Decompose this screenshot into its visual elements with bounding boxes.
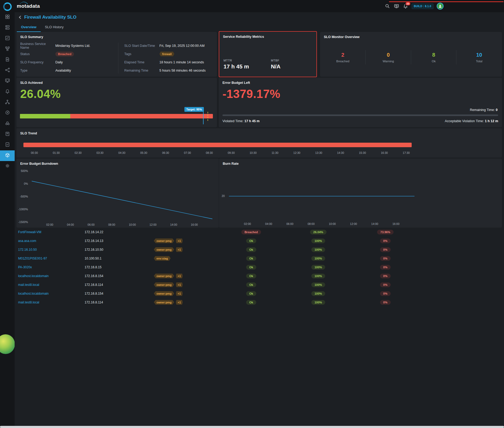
monitor-ip: 172.16.8.15 [85, 265, 154, 269]
summary-fields: Business Service NameMindarray Systems L… [16, 42, 217, 75]
tag-badge: owner:pmg [154, 291, 174, 296]
violated-time: Violated Time: 17 h 45 m [222, 119, 259, 123]
monitor-name-link[interactable]: mail.test8.local [18, 283, 85, 287]
table-row[interactable]: localhost.localdomain 172.16.8.154 owner… [16, 271, 502, 280]
search-icon[interactable] [385, 3, 390, 9]
horizontal-scrollbar[interactable] [0, 426, 504, 428]
tag-badge: +1 [176, 247, 183, 252]
achieved-badge: 100% [311, 238, 325, 243]
runbook-icon [5, 99, 10, 106]
monitor-name-link[interactable]: localhost.localdomain [18, 274, 85, 278]
table-row[interactable]: FortiFirewall-VM 172.16.14.22 Breached 2… [16, 228, 502, 236]
axis-tick: 08:30 [204, 151, 215, 154]
monitor-name-link[interactable]: FortiFirewall-VM [18, 230, 85, 234]
sidebar-item-discovery[interactable] [0, 108, 15, 118]
burn-badge: 0% [380, 265, 391, 270]
notifications-bell-icon[interactable]: 23 [403, 3, 408, 9]
sidebar-item-topology[interactable] [0, 44, 15, 55]
sidebar-item-metrics[interactable] [0, 33, 15, 44]
slo-achieved-value: 26.04% [20, 87, 61, 101]
card-title: SLO Achieved [20, 81, 43, 85]
burn-badge: 0% [380, 291, 391, 296]
table-row[interactable]: PA-3020x 172.16.8.15 Ok 100% 0% [16, 263, 502, 271]
settings-gear-icon [5, 163, 10, 170]
sidebar-item-alerts[interactable] [0, 87, 15, 97]
stat-value: 2 [320, 52, 366, 58]
device-monitor-icon[interactable] [394, 3, 399, 9]
status-badge: Breached [55, 52, 74, 56]
slo-achieved-card: SLO Achieved 26.04% Target: 95% [16, 78, 217, 127]
sidebar-item-runbook[interactable] [0, 97, 15, 108]
mtbf-block: MTBF N/A [271, 59, 318, 70]
annotation-highlight-line [389, 1, 503, 2]
axis-tick: 01:30 [51, 151, 61, 154]
burn-badge: 0% [380, 300, 391, 305]
compliance-icon [5, 142, 10, 148]
sidebar-item-logs[interactable] [0, 129, 15, 140]
table-row[interactable]: localhost.localdomain 172.16.8.154 owner… [16, 289, 502, 298]
sidebar-item-compliance[interactable] [0, 140, 15, 150]
notification-count-badge: 23 [405, 2, 411, 6]
monitors-icon [5, 25, 10, 31]
target-line [203, 112, 204, 124]
sidebar-item-dashboard[interactable] [0, 12, 15, 23]
achieved-badge: 100% [311, 300, 325, 305]
axis-tick: 17:30 [401, 151, 412, 154]
field-label: SLO Frequency [20, 60, 55, 64]
logs-icon [5, 131, 10, 138]
table-row[interactable]: mail.test8.local 172.16.8.114 owner:pmg+… [16, 280, 502, 289]
sidebar-item-monitors[interactable] [0, 23, 15, 33]
stat-label: Breached [320, 60, 366, 63]
tab-slo-history[interactable]: SLO History [41, 22, 68, 32]
burnrate-chart: 2002:0004:0006:0008:0010:0012:0014:0016:… [219, 159, 502, 228]
burn-rate-card: Burn Rate 2002:0004:0006:0008:0010:0012:… [219, 159, 502, 228]
motadata-logo: motadata [17, 3, 40, 9]
tag-badge: owner:pmg [154, 274, 174, 278]
sidebar-item-settings[interactable] [0, 161, 15, 172]
stat-value: 10 [456, 52, 502, 58]
monitor-ip: 172.16.8.114 [85, 301, 154, 304]
alerts-bell-icon [5, 89, 10, 95]
monitor-name-link[interactable]: PA-3020x [18, 265, 85, 269]
table-row[interactable]: mail.test8.local 172.16.8.114 owner:pmg+… [16, 298, 502, 307]
table-row[interactable]: 172.16.10.50 172.16.10.50 owner:pmg+1 Ok… [16, 245, 502, 254]
monitor-name-link[interactable]: M01Z01PISE001-97 [18, 257, 85, 260]
table-row[interactable]: M01Z01PISE001-97 10.100.50.1 env:stag Ok… [16, 254, 502, 263]
status-badge: Ok [246, 282, 257, 287]
tag-badge: +1 [176, 282, 183, 287]
status-badge: Ok [246, 256, 257, 261]
sidebar-item-reports[interactable] [0, 55, 15, 65]
agents-icon [5, 78, 10, 84]
tab-overview[interactable]: Overview [17, 22, 41, 32]
logo-text: motadata [17, 3, 40, 9]
monitor-name-link[interactable]: 172.16.10.50 [18, 248, 85, 252]
achieved-badge: 100% [311, 282, 325, 287]
error-budget-card: Error Budget Left -1379.17% Remaining Ti… [219, 78, 502, 127]
tab-bar: Overview SLO History [17, 22, 68, 32]
tag-badge: +1 [176, 300, 183, 305]
type-value: Availability [55, 69, 71, 72]
sidebar-item-slo[interactable] [0, 150, 15, 161]
monitor-name-link[interactable]: mail.test8.local [18, 301, 85, 304]
achieved-badge: 100% [311, 265, 325, 270]
brand-logo-icon[interactable] [3, 2, 12, 11]
sidebar-item-netflow[interactable] [0, 65, 15, 76]
person-icon [438, 4, 443, 9]
sidebar-item-agents[interactable] [0, 76, 15, 87]
tag-badge: owner:pmg [154, 300, 174, 305]
violated-time-value: 17 h 45 m [244, 119, 259, 123]
monitor-stats: 2Breached 0Warning 8Ok 10Total [320, 45, 502, 69]
table-row[interactable]: asa.asa.com 172.16.14.13 owner:pmg+1 Ok … [16, 236, 502, 245]
user-avatar[interactable] [437, 3, 444, 10]
acceptable-violation-label: Acceptable Violation Time: [445, 119, 484, 123]
monitor-name-link[interactable]: localhost.localdomain [18, 292, 85, 295]
stat-ok: 8Ok [411, 52, 457, 63]
axis-tick: 03:30 [95, 151, 105, 154]
back-button[interactable] [17, 14, 23, 20]
burn-badge: 0% [380, 238, 391, 243]
remaining-time: Remaining Time: 0 [470, 108, 498, 112]
sidebar-item-observability[interactable] [0, 118, 15, 129]
monitor-name-link[interactable]: asa.asa.com [18, 239, 85, 243]
elapsed-time-value: 18 hours 1 minute 14 seconds [159, 60, 204, 64]
axis-tick: 11:30 [270, 151, 280, 154]
